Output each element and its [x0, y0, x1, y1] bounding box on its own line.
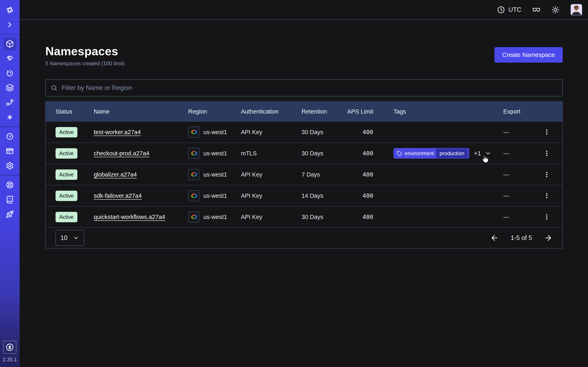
column-header-retention: Retention [302, 108, 337, 115]
sidebar-item-namespaces[interactable] [3, 37, 16, 50]
page-title: Namespaces [45, 44, 563, 58]
table-footer: 10 1-5 of 5 [46, 227, 562, 248]
aps-limit-value: 400 [363, 171, 373, 178]
app-version: 2.35.1 [3, 357, 17, 363]
sidebar-item-observe[interactable] [3, 52, 16, 65]
column-header-aps-limit: APS Limit [347, 108, 373, 115]
tags-expand-chevron-icon[interactable] [485, 150, 491, 157]
tag-icon [397, 151, 402, 156]
filter-input[interactable] [62, 84, 557, 92]
sidebar-item-docs[interactable] [3, 193, 16, 206]
region-label: us-west1 [203, 171, 227, 178]
layers-icon [6, 84, 14, 92]
gear-icon [6, 162, 14, 170]
timezone-label: UTC [508, 6, 521, 13]
sidebar-item-nexus[interactable] [3, 111, 16, 124]
gcp-cloud-icon [188, 211, 199, 222]
retention-value: 14 Days [302, 192, 337, 199]
gcp-cloud-icon [188, 169, 199, 180]
row-menu-kebab-icon[interactable] [542, 211, 552, 223]
auth-method: API Key [241, 171, 302, 178]
sidebar-item-schedules[interactable] [3, 67, 16, 80]
aps-limit-value: 400 [363, 129, 373, 136]
column-header-name: Name [94, 108, 188, 115]
sidebar-expand-button[interactable] [3, 18, 16, 31]
column-header-export: Export [503, 108, 529, 115]
pagination-range: 1-5 of 5 [511, 234, 532, 242]
tag-value: production [436, 149, 467, 158]
sidebar-item-billing[interactable] [3, 145, 16, 158]
user-avatar[interactable] [571, 4, 582, 16]
region-label: us-west1 [203, 214, 227, 220]
auth-method: mTLS [241, 150, 302, 157]
book-sparkles-icon [6, 196, 14, 204]
retention-value: 30 Days [302, 214, 337, 220]
aps-limit-value: 400 [363, 150, 373, 157]
status-badge: Active [56, 212, 77, 222]
previous-page-arrow-icon[interactable] [490, 234, 499, 242]
namespace-link[interactable]: globalizer.a27a4 [94, 171, 137, 178]
region-label: us-west1 [203, 192, 227, 199]
sidebar-item-usage[interactable] [3, 130, 16, 143]
page-size-select[interactable]: 10 [56, 230, 84, 246]
search-icon [51, 84, 58, 91]
chevron-right-icon [6, 21, 14, 29]
row-menu-kebab-icon[interactable] [542, 147, 552, 159]
create-namespace-button[interactable]: Create Namespace [494, 47, 563, 63]
timezone-selector[interactable]: UTC [497, 6, 521, 14]
namespace-link[interactable]: checkout-prod.a27a4 [94, 150, 149, 157]
namespace-link[interactable]: quickstart-workflows.a27a4 [94, 214, 165, 220]
rocket-icon [6, 210, 14, 218]
namespace-link[interactable]: sdk-failover.a27a4 [94, 192, 142, 199]
retention-value: 30 Days [302, 129, 337, 136]
light-theme-sun-icon[interactable] [551, 6, 560, 14]
cube-icon [6, 40, 14, 48]
timer-icon [6, 69, 14, 77]
gcp-cloud-icon [188, 190, 199, 201]
tags-more-count: +1 [474, 150, 481, 157]
export-value: — [503, 171, 529, 178]
reader-glasses-icon[interactable] [532, 6, 541, 14]
temporal-logo-icon[interactable] [3, 3, 16, 17]
sidebar-item-getting-started[interactable] [3, 208, 16, 221]
export-value: — [503, 129, 529, 136]
eye-spiral-icon [6, 54, 14, 63]
gcp-cloud-icon [188, 148, 199, 159]
table-row: Active quickstart-workflows.a27a4 us-wes… [46, 206, 562, 227]
sidebar-divider [0, 34, 20, 34]
column-header-region: Region [188, 108, 241, 115]
next-page-arrow-icon[interactable] [544, 234, 553, 242]
column-header-status: Status [56, 108, 94, 115]
sidebar-item-deployments[interactable] [3, 81, 16, 94]
lifebuoy-icon [6, 181, 14, 189]
sidebar-item-support[interactable] [3, 178, 16, 192]
workflow-branch-icon [6, 99, 14, 107]
page-size-value: 10 [61, 234, 67, 242]
gauge-icon [6, 132, 14, 141]
sidebar: 2.35.1 [0, 0, 20, 367]
sidebar-item-workflows[interactable] [3, 96, 16, 109]
region-label: us-west1 [203, 150, 227, 157]
table-row: Active checkout-prod.a27a4 us-west1 mTLS… [46, 142, 562, 164]
row-menu-kebab-icon[interactable] [542, 190, 552, 202]
export-value: — [503, 150, 529, 157]
export-value: — [503, 214, 529, 220]
column-header-tags: Tags [373, 108, 503, 115]
browser-card-icon [6, 147, 14, 155]
aps-limit-value: 400 [363, 192, 373, 199]
row-menu-kebab-icon[interactable] [542, 168, 552, 181]
table-header-row: Status Name Region Authentication Retent… [46, 102, 562, 121]
aps-limit-value: 400 [363, 213, 373, 220]
namespaces-table: Status Name Region Authentication Retent… [45, 101, 563, 249]
tag-pill[interactable]: environment production [393, 148, 469, 159]
filter-bar [45, 79, 563, 96]
namespace-link[interactable]: test-worker.a27a4 [94, 129, 141, 135]
clock-icon [497, 6, 505, 14]
region-label: us-west1 [203, 129, 227, 136]
row-menu-kebab-icon[interactable] [542, 126, 552, 138]
page-subtitle: 5 Namespaces created (100 limit) [45, 60, 563, 67]
plan-badge-button[interactable] [3, 341, 16, 354]
sidebar-item-settings[interactable] [3, 159, 16, 172]
chevron-down-icon [73, 235, 79, 241]
status-badge: Active [56, 148, 77, 159]
